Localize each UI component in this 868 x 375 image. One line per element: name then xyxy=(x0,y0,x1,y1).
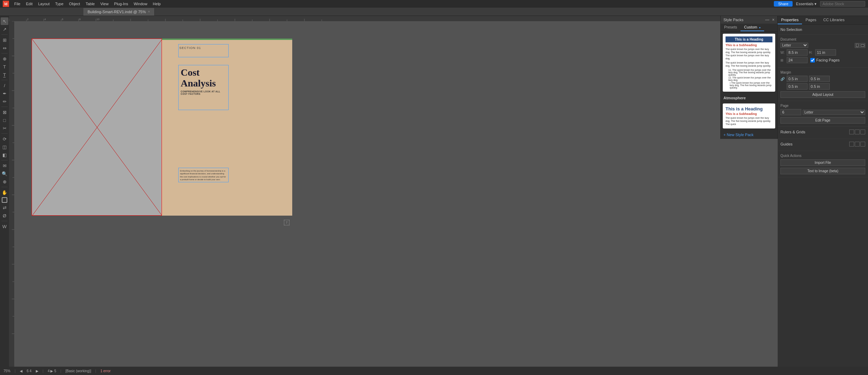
margin-link-icon: 🔗 xyxy=(780,77,785,81)
status-bar: 75% | ◀ 6 4 ▶ | 4 ▶ 5 | [Basic (working)… xyxy=(0,367,868,375)
essentials-button[interactable]: Essentials ▾ xyxy=(793,1,819,7)
rectangle-tool[interactable]: □ xyxy=(1,116,8,124)
close-icon[interactable]: × xyxy=(772,17,775,22)
edit-page-button[interactable]: Edit Page xyxy=(780,117,865,124)
right-panel: Properties Pages CC Libraries No Selecti… xyxy=(778,16,868,367)
page-range: 4 ▶ 5 xyxy=(48,369,56,373)
type-on-path-tool[interactable]: T̲ xyxy=(1,71,8,78)
page-count-input[interactable] xyxy=(787,57,808,63)
sp1-heading: This is a Heading xyxy=(726,36,772,42)
menu-object[interactable]: Object xyxy=(67,1,83,7)
cost-analysis-box[interactable]: Cost Analysis COMPREHENSIVE LOOK AT ALL … xyxy=(178,65,229,110)
menu-type[interactable]: Type xyxy=(53,1,66,7)
margin-bottom-input[interactable] xyxy=(787,83,808,90)
margin-right-input[interactable] xyxy=(809,76,830,82)
close-icon[interactable]: × xyxy=(148,10,150,14)
page-size-dropdown[interactable]: Letter xyxy=(803,110,865,115)
right-panel-tabs: Properties Pages CC Libraries xyxy=(778,16,868,25)
swap-colors[interactable]: ⇄ xyxy=(1,204,8,211)
minimize-icon[interactable]: — xyxy=(765,17,769,22)
new-style-pack-button[interactable]: + New Style Pack xyxy=(721,131,777,139)
guides-btn-2[interactable] xyxy=(855,142,860,147)
hand-tool[interactable]: ✋ xyxy=(1,189,8,196)
sp1-bullet: • The quick brown fox jumps over the laz… xyxy=(730,82,772,89)
preview-mode[interactable]: W xyxy=(1,223,8,230)
landscape-btn[interactable] xyxy=(860,43,865,48)
text-to-image-button[interactable]: Text to Image (beta) xyxy=(780,168,865,174)
body-text-box[interactable]: Embarking on the journey of homeownershi… xyxy=(178,168,229,182)
svg-line-47 xyxy=(32,39,162,215)
svg-text:6: 6 xyxy=(62,18,63,20)
page-left: 6 xyxy=(32,39,162,216)
menu-plugins[interactable]: Plug-Ins xyxy=(112,1,130,7)
rulers-btn-1[interactable] xyxy=(849,130,854,134)
gradient-tool[interactable]: ◫ xyxy=(1,143,8,151)
style-pack-card-2[interactable]: This is a Heading This is a Subheading T… xyxy=(723,103,775,128)
style-packs-header: Style Packs — × xyxy=(721,16,777,24)
gradient-feather-tool[interactable]: ◧ xyxy=(1,151,8,159)
pen-tool[interactable]: ✒ xyxy=(1,90,8,97)
tab-properties[interactable]: Properties xyxy=(778,16,802,24)
margin-top-input[interactable] xyxy=(787,76,808,82)
margin-section: Margin 🔗 Adjust Layout xyxy=(778,68,868,101)
svg-rect-0 xyxy=(856,44,858,47)
menu-table[interactable]: Table xyxy=(83,1,97,7)
style-pack-card-1[interactable]: This is a Heading This is a Subheading T… xyxy=(723,34,775,92)
selection-tool[interactable]: ↖ xyxy=(1,17,8,25)
document-tab[interactable]: Building-Smart-REV1.indd @ 75% × xyxy=(83,8,155,16)
custom-tab[interactable]: Custom ● xyxy=(740,24,764,31)
adjust-layout-button[interactable]: Adjust Layout xyxy=(780,91,865,98)
tab-pages[interactable]: Pages xyxy=(802,16,820,24)
free-transform-tool[interactable]: ⟳ xyxy=(1,135,8,143)
page-tool[interactable]: ⊞ xyxy=(1,36,8,44)
portrait-btn[interactable] xyxy=(855,43,860,48)
guides-btn-3[interactable] xyxy=(860,142,865,147)
svg-text:4: 4 xyxy=(44,18,46,20)
note-tool[interactable]: ✉ xyxy=(1,162,8,169)
tab-cc-libraries[interactable]: CC Libraries xyxy=(820,16,848,24)
menu-edit[interactable]: Edit xyxy=(24,1,35,7)
style-packs-panel: Style Packs — × Presets Custom ● This is… xyxy=(720,16,778,139)
nav-prev-btn[interactable]: ◀ xyxy=(20,369,23,373)
no-selection-label: No Selection xyxy=(780,27,865,32)
menu-view[interactable]: View xyxy=(98,1,111,7)
rulers-btn-3[interactable] xyxy=(860,130,865,134)
menu-layout[interactable]: Layout xyxy=(36,1,52,7)
type-tool[interactable]: T xyxy=(1,63,8,70)
page-number-input[interactable] xyxy=(780,109,801,115)
page-right: SECTION 01 Cost Analysis COMPREHENSIVE L… xyxy=(162,39,292,216)
eyedropper-tool[interactable]: 🔍 xyxy=(1,170,8,177)
color-fill[interactable] xyxy=(2,197,7,203)
import-file-button[interactable]: Import File xyxy=(780,159,865,166)
menu-window[interactable]: Window xyxy=(131,1,150,7)
rectangle-frame-tool[interactable]: ⊠ xyxy=(1,108,8,116)
height-input[interactable] xyxy=(815,49,836,56)
guides-btn-1[interactable] xyxy=(849,142,854,147)
sp1-list-item-2: 12. The quick brown fox jumps over the l… xyxy=(728,76,772,81)
ruler-h-svg: // Generate ruler ticks - inline won't w… xyxy=(9,16,720,21)
page-size-select[interactable]: Letter xyxy=(780,43,808,48)
line-tool[interactable]: / xyxy=(1,82,8,89)
direct-select-tool[interactable]: ↗ xyxy=(1,25,8,33)
margin-label: Margin xyxy=(780,70,865,74)
rulers-btn-2[interactable] xyxy=(855,130,860,134)
pencil-tool[interactable]: ✏ xyxy=(1,98,8,105)
gap-tool[interactable]: ⇔ xyxy=(1,44,8,52)
facing-pages-checkbox[interactable] xyxy=(810,58,815,62)
margin-left-input[interactable] xyxy=(809,83,830,90)
content-collector[interactable]: ⊕ xyxy=(1,55,8,62)
zoom-tool[interactable]: ⊕ xyxy=(1,178,8,185)
ruler-v-svg xyxy=(9,21,14,367)
presets-tab[interactable]: Presets xyxy=(721,24,740,31)
width-input[interactable] xyxy=(787,49,808,56)
menu-help[interactable]: Help xyxy=(150,1,163,7)
style-packs-tabs: Presets Custom ● xyxy=(721,24,777,32)
search-input[interactable] xyxy=(820,1,865,7)
apply-none[interactable]: Ø xyxy=(1,212,8,219)
error-count: 1 error xyxy=(100,369,110,373)
nav-next-btn[interactable]: ▶ xyxy=(36,369,39,373)
scissors-tool[interactable]: ✂ xyxy=(1,124,8,132)
share-button[interactable]: Share xyxy=(774,1,792,7)
no-selection-section: No Selection xyxy=(778,25,868,35)
menu-file[interactable]: File xyxy=(12,1,23,7)
